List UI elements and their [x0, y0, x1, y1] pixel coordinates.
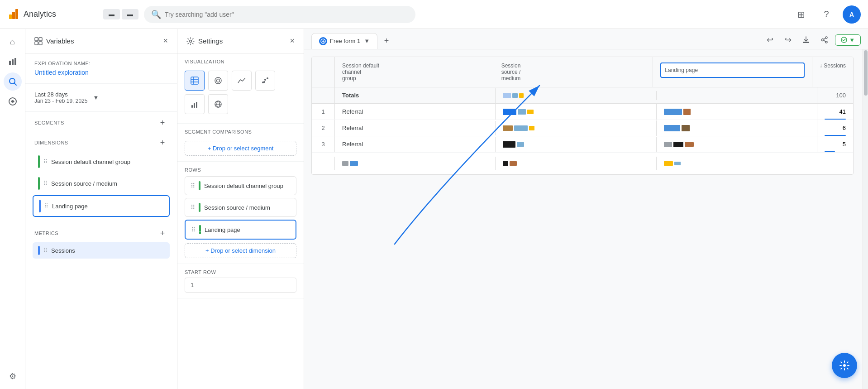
- variables-close-button[interactable]: ×: [163, 36, 168, 46]
- row-1-source-bars: [495, 104, 656, 120]
- bar-land-r3-1: [664, 142, 672, 147]
- start-row-input[interactable]: [185, 278, 296, 293]
- bar-r2-2: [514, 125, 528, 131]
- viz-line-btn[interactable]: [232, 71, 252, 91]
- svg-point-21: [264, 79, 266, 81]
- exploration-name[interactable]: Untitled exploration: [34, 69, 168, 76]
- row-2-channel: Referral: [334, 120, 495, 136]
- settings-close-button[interactable]: ×: [290, 36, 295, 46]
- undo-button[interactable]: ↩: [763, 33, 777, 47]
- row-landing-page[interactable]: ⠿ Landing page: [185, 220, 296, 240]
- row-3-sessions: 5: [817, 136, 853, 152]
- nav-home[interactable]: ⌂: [4, 33, 22, 51]
- svg-point-13: [190, 40, 192, 42]
- settings-panel: Settings × VISUALIZATION: [177, 29, 304, 389]
- table-header: Session default channel group Session so…: [312, 57, 853, 87]
- metric-sessions[interactable]: ⠿ Sessions: [33, 242, 170, 259]
- bar-land-r3-2: [673, 142, 683, 147]
- start-row-section: START ROW: [177, 264, 304, 298]
- row-3-source-bars: [495, 137, 656, 152]
- drop-segment-button[interactable]: + Drop or select segment: [185, 141, 296, 156]
- metrics-label: METRICS: [34, 231, 58, 236]
- drag-handle-icon-2: ⠿: [43, 180, 48, 187]
- viz-bar-btn[interactable]: [185, 94, 205, 114]
- svg-line-38: [824, 40, 826, 42]
- check-share-button[interactable]: ▼: [835, 34, 861, 46]
- nav-settings[interactable]: ⚙: [4, 367, 22, 385]
- svg-rect-25: [194, 103, 195, 108]
- bar-r3-2: [517, 142, 524, 147]
- tab-free-form-1[interactable]: Free form 1 ▼: [311, 33, 377, 49]
- redo-button[interactable]: ↪: [781, 33, 795, 47]
- dimension-session-default[interactable]: ⠿ Session default channel group: [33, 152, 170, 172]
- segments-add-button[interactable]: +: [157, 117, 168, 128]
- bar-r3-1: [503, 141, 515, 148]
- drop-dimension-button[interactable]: + Drop or select dimension: [185, 243, 296, 258]
- dimension-landing-page[interactable]: ⠿ Landing page: [33, 195, 170, 217]
- nav-reports[interactable]: [4, 53, 22, 71]
- breadcrumb-2[interactable]: ▬: [122, 9, 138, 19]
- totals-row: Totals 100: [312, 87, 853, 104]
- vertical-scrollbar[interactable]: [863, 49, 868, 389]
- date-range-picker[interactable]: Last 28 days Jan 23 - Feb 19, 2025 ▼: [34, 91, 168, 104]
- row-1-num: 1: [312, 104, 334, 120]
- settings-icon: [186, 37, 195, 45]
- row-session-default[interactable]: ⠿ Session default channel group: [185, 176, 296, 195]
- nav-explore[interactable]: [4, 72, 22, 91]
- bar-land-r2-1: [664, 125, 680, 131]
- search-input[interactable]: [165, 11, 408, 18]
- app-title: Analytics: [24, 10, 56, 19]
- dimension-session-source[interactable]: ⠿ Session source / medium: [33, 173, 170, 193]
- viz-scatter-btn[interactable]: [255, 71, 275, 91]
- viz-table-btn[interactable]: [185, 71, 205, 91]
- dimensions-add-button[interactable]: +: [157, 137, 168, 148]
- tab-bar: Free form 1 ▼ + ↩ ↪ ▼: [304, 29, 868, 49]
- settings-panel-header: Settings ×: [177, 29, 304, 53]
- bar-r1-1: [503, 109, 516, 115]
- export-button[interactable]: [799, 33, 813, 47]
- breadcrumb-1[interactable]: ▬: [103, 9, 120, 19]
- date-range-chevron: ▼: [93, 94, 99, 101]
- rows-label: ROWS: [185, 167, 296, 173]
- svg-rect-0: [9, 14, 12, 19]
- date-range-section: Last 28 days Jan 23 - Feb 19, 2025 ▼: [25, 84, 177, 112]
- topbar-actions: ⊞ ? A: [792, 5, 861, 24]
- tab-dropdown-icon[interactable]: ▼: [364, 38, 370, 44]
- svg-rect-10: [39, 38, 42, 41]
- share-button[interactable]: [817, 33, 831, 47]
- variables-panel-header: Variables ×: [25, 29, 177, 53]
- row-3-landing-bars: [656, 137, 817, 152]
- row-session-source[interactable]: ⠿ Session source / medium: [185, 198, 296, 217]
- help-button[interactable]: ?: [817, 5, 835, 24]
- search-bar[interactable]: 🔍: [144, 6, 415, 23]
- svg-rect-14: [191, 77, 198, 84]
- metrics-add-button[interactable]: +: [157, 228, 168, 239]
- dimensions-section-header: DIMENSIONS +: [25, 132, 177, 152]
- row-2-sessions: 6: [817, 120, 853, 136]
- row-1-channel: Referral: [334, 104, 495, 120]
- date-range-label: Last 28 days: [34, 91, 87, 98]
- topbar: Analytics ▬ ▬ 🔍 ⊞ ? A: [0, 0, 868, 29]
- viz-donut-btn[interactable]: [208, 71, 228, 91]
- viz-geo-btn[interactable]: [208, 94, 228, 114]
- row-drag-icon-3: ⠿: [191, 226, 196, 233]
- bar-land-r2-2: [682, 125, 690, 131]
- visualization-section: VISUALIZATION: [177, 53, 304, 124]
- tab-add-button[interactable]: +: [379, 34, 394, 48]
- analytics-logo: [7, 8, 20, 21]
- metric-label: Sessions: [51, 247, 75, 254]
- apps-button[interactable]: ⊞: [792, 5, 810, 24]
- viz-grid: [185, 67, 296, 118]
- nav-advertising[interactable]: [4, 92, 22, 110]
- row-green-bar-2: [199, 203, 200, 212]
- sessions-bar-line-1: [825, 119, 846, 120]
- row-label-landing-page: Landing page: [205, 226, 240, 233]
- row-4-bars-3: [656, 157, 817, 170]
- totals-landing-bars: [656, 91, 817, 100]
- rows-list: ⠿ Session default channel group ⠿ Sessio…: [185, 176, 296, 258]
- dimension-label: Session default channel group: [51, 158, 130, 165]
- data-table-container: Session default channel group Session so…: [311, 57, 854, 175]
- customize-fab[interactable]: [832, 353, 857, 378]
- tab-actions: ↩ ↪ ▼: [763, 33, 861, 49]
- account-button[interactable]: A: [843, 5, 861, 24]
